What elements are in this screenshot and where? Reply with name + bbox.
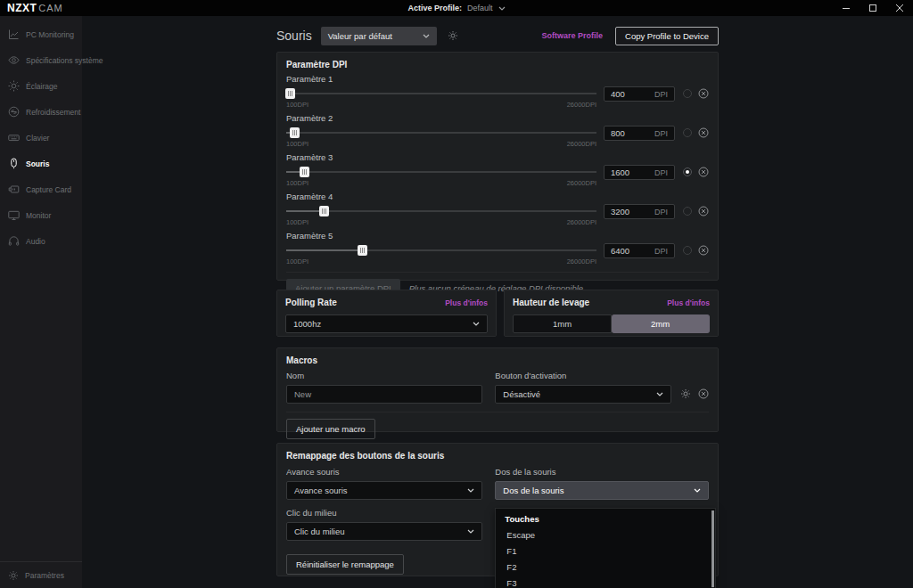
active-profile-select[interactable]: Active Profile: Default <box>0 0 913 16</box>
main-content: Souris Valeur par défaut Software Profil… <box>276 16 719 588</box>
dropdown-scrollbar <box>711 510 714 588</box>
dpi-value-input[interactable] <box>611 89 654 99</box>
dpi-remove-icon-1[interactable] <box>698 88 709 99</box>
slider-handle[interactable] <box>290 127 300 138</box>
polling-rate-select[interactable]: 1000hz <box>285 314 488 333</box>
dpi-value-input[interactable] <box>611 128 654 138</box>
copy-profile-to-device-button[interactable]: Copy Profile to Device <box>615 27 719 45</box>
add-macro-button[interactable]: Ajouter une macro <box>286 419 375 439</box>
dropdown-item-escape[interactable]: Escape <box>496 527 715 543</box>
dropdown-item-f1[interactable]: F1 <box>496 543 715 559</box>
dpi-value-input[interactable] <box>611 246 654 256</box>
sidebar-item-audio[interactable]: Audio <box>0 228 82 254</box>
lift-option-1mm[interactable]: 1mm <box>513 314 612 333</box>
back-button-select[interactable]: Dos de la souris <box>495 481 709 500</box>
sidebar-item-capture-card[interactable]: Capture Card <box>0 176 82 202</box>
chevron-down-icon <box>467 488 474 493</box>
sidebar-item-souris[interactable]: Souris <box>0 151 82 176</box>
line-chart-icon <box>8 29 20 40</box>
middle-click-label: Clic du milieu <box>286 508 482 518</box>
remap-title: Remappage des boutons de la souris <box>286 451 709 461</box>
dpi-row: Paramètre 3 100DPI26000DPI DPI <box>286 152 709 187</box>
dpi-slider-1[interactable] <box>286 88 596 99</box>
dpi-active-radio-4[interactable] <box>683 207 692 216</box>
polling-rate-panel: Polling Rate Plus d'infos 1000hz <box>276 290 497 337</box>
macro-trigger-select[interactable]: Désactivé <box>495 385 671 404</box>
page-header: Souris Valeur par défaut Software Profil… <box>276 25 719 46</box>
dpi-value-input[interactable] <box>611 207 654 216</box>
dpi-settings-panel: Paramètre DPI Paramètre 1 100DPI26000DPI… <box>276 52 719 281</box>
minimize-button[interactable] <box>833 0 860 16</box>
dpi-slider-4[interactable] <box>286 206 596 216</box>
dpi-slider-3[interactable] <box>286 167 596 177</box>
sidebar-item-refroidissement[interactable]: Refroidissement <box>0 99 82 125</box>
sidebar-item-parametres[interactable]: Paramètres <box>0 561 82 588</box>
dpi-active-radio-5[interactable] <box>683 246 692 255</box>
macros-title: Macros <box>286 355 709 365</box>
forward-button-label: Avance souris <box>286 467 482 477</box>
maximize-button[interactable] <box>860 0 886 16</box>
lift-off-height-panel: Hauteur de levage Plus d'infos 1mm 2mm <box>504 290 719 337</box>
macro-name-input[interactable] <box>286 385 482 404</box>
dpi-value-field-2[interactable]: DPI <box>604 126 675 141</box>
dpi-value-field-3[interactable]: DPI <box>604 165 675 180</box>
dropdown-item-f2[interactable]: F2 <box>496 559 715 575</box>
forward-button-select[interactable]: Avance souris <box>286 481 482 500</box>
dropdown-item-f3[interactable]: F3 <box>496 575 715 588</box>
sidebar-item-eclairage[interactable]: Éclairage <box>0 73 82 99</box>
button-remapping-panel: Remappage des boutons de la souris Avanc… <box>276 443 719 576</box>
software-profile-link[interactable]: Software Profile <box>542 31 604 40</box>
dropdown-group-header: Touches <box>496 510 715 527</box>
dropdown-scrollbar-thumb[interactable] <box>711 510 714 587</box>
header-actions: Software Profile Copy Profile to Device <box>542 27 720 45</box>
close-button[interactable] <box>886 0 913 16</box>
slider-handle[interactable] <box>285 88 295 99</box>
dpi-row: Paramètre 4 100DPI26000DPI DPI <box>286 192 709 226</box>
headphones-icon <box>8 235 20 247</box>
slider-handle[interactable] <box>358 245 367 256</box>
dpi-slider-5[interactable] <box>286 245 596 256</box>
dpi-active-radio-1[interactable] <box>683 89 692 98</box>
macro-settings-gear-icon[interactable] <box>680 388 691 399</box>
lift-height-toggle: 1mm 2mm <box>513 314 710 333</box>
dpi-active-radio-3[interactable] <box>683 167 692 176</box>
sidebar: PC Monitoring Spécifications système Écl… <box>0 16 82 588</box>
sidebar-item-pc-monitoring[interactable]: PC Monitoring <box>0 21 82 47</box>
profile-settings-gear-icon[interactable] <box>448 30 458 41</box>
lift-more-info-link[interactable]: Plus d'infos <box>667 298 710 307</box>
slider-handle[interactable] <box>300 167 309 177</box>
chevron-down-icon <box>473 322 480 326</box>
dpi-value-field-1[interactable]: DPI <box>604 86 675 102</box>
polling-rate-title: Polling Rate <box>285 298 337 307</box>
chevron-down-icon <box>498 6 506 11</box>
dpi-section-title: Paramètre DPI <box>286 60 709 69</box>
page-title: Souris <box>276 29 312 43</box>
sidebar-item-monitor[interactable]: Monitor <box>0 202 82 228</box>
reset-remapping-button[interactable]: Réinitialiser le remappage <box>286 554 404 575</box>
macro-remove-icon[interactable] <box>698 388 709 399</box>
eye-icon <box>8 54 20 66</box>
device-profile-select[interactable]: Valeur par défaut <box>321 27 437 45</box>
gear-icon <box>8 570 19 581</box>
dpi-slider-2[interactable] <box>286 127 596 138</box>
dpi-remove-icon-3[interactable] <box>698 167 709 177</box>
dpi-value-input[interactable] <box>611 167 654 177</box>
sidebar-item-specifications-systeme[interactable]: Spécifications système <box>0 47 82 73</box>
sidebar-item-clavier[interactable]: Clavier <box>0 125 82 151</box>
active-profile-label: Active Profile: <box>407 4 462 12</box>
dpi-remove-icon-2[interactable] <box>698 127 709 138</box>
middle-click-select[interactable]: Clic du milieu <box>286 522 482 541</box>
lift-option-2mm[interactable]: 2mm <box>612 314 710 333</box>
dpi-value-field-4[interactable]: DPI <box>604 204 675 219</box>
dpi-value-field-5[interactable]: DPI <box>604 243 675 258</box>
dpi-active-radio-2[interactable] <box>683 128 692 137</box>
slider-handle[interactable] <box>319 206 329 216</box>
polling-more-info-link[interactable]: Plus d'infos <box>445 298 488 307</box>
lift-height-title: Hauteur de levage <box>513 298 589 307</box>
dpi-remove-icon-4[interactable] <box>698 206 709 216</box>
sun-icon <box>8 80 20 92</box>
chevron-down-icon <box>656 392 663 396</box>
key-dropdown-list: Touches Escape F1 F2 F3 F4 <box>495 508 716 588</box>
dpi-remove-icon-5[interactable] <box>698 245 709 256</box>
sidebar-nav: PC Monitoring Spécifications système Écl… <box>0 16 82 254</box>
